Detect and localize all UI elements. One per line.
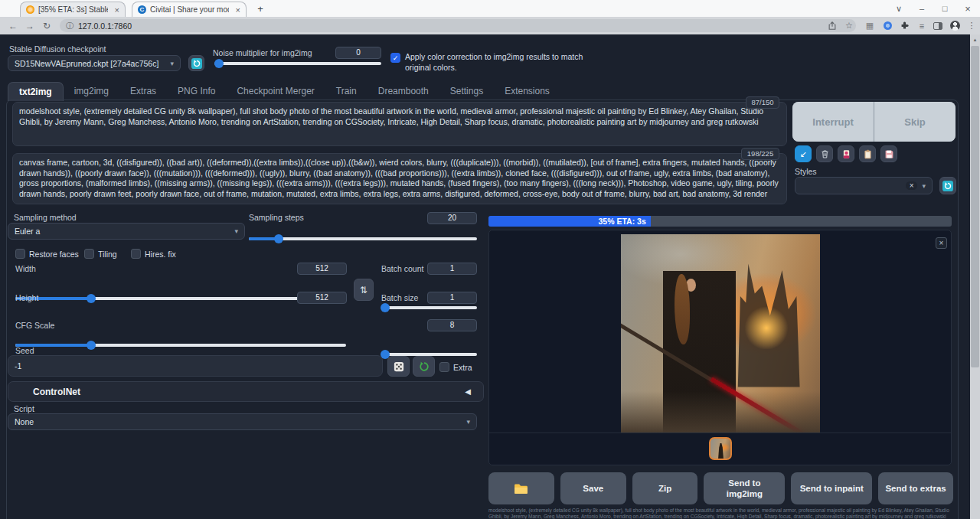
open-folder-button[interactable]: [488, 472, 554, 504]
seed-input[interactable]: -1: [8, 355, 383, 377]
progress-label: 35% ETA: 3s: [599, 217, 646, 226]
width-value[interactable]: 512: [297, 263, 347, 275]
tiling-checkbox[interactable]: [84, 249, 94, 259]
cfg-scale-value[interactable]: 8: [427, 319, 477, 331]
random-seed-button[interactable]: [387, 356, 410, 377]
extra-seed-label: Extra: [453, 363, 472, 372]
tab-checkpoint-merger[interactable]: Checkpoint Merger: [226, 82, 325, 100]
paste-params-button[interactable]: ↙: [795, 145, 812, 162]
slider-handle[interactable]: [274, 234, 283, 243]
tab-png-info[interactable]: PNG Info: [167, 82, 226, 100]
fire-glow: [743, 307, 789, 349]
tab-txt2img[interactable]: txt2img: [8, 82, 64, 101]
height-slider[interactable]: [15, 341, 346, 350]
floppy-icon: [884, 149, 894, 159]
page-scrollbar[interactable]: ▲: [970, 34, 980, 519]
prompt-textarea[interactable]: modelshoot style, (extremely detailed CG…: [12, 102, 787, 146]
interrupt-button[interactable]: Interrupt: [792, 102, 874, 142]
window-menu-icon[interactable]: ∨: [888, 0, 910, 17]
negative-prompt-textarea[interactable]: canvas frame, cartoon, 3d, ((disfigured)…: [12, 153, 787, 204]
send-to-img2img-button[interactable]: Send to img2img: [704, 472, 785, 504]
sampling-method-select[interactable]: Euler a ▾: [8, 223, 245, 240]
extension-blue-icon[interactable]: [880, 19, 894, 32]
browser-tab-title: Civitai | Share your models: [150, 5, 229, 14]
script-value: None: [15, 417, 34, 426]
batch-size-value[interactable]: 1: [427, 292, 477, 304]
script-label: Script: [14, 404, 34, 413]
tab-close-icon[interactable]: ×: [236, 5, 240, 15]
noise-multiplier-slider[interactable]: [214, 59, 381, 68]
clipboard-icon: [863, 149, 873, 159]
address-bar[interactable]: ⓘ 127.0.0.1:7860: [60, 19, 856, 32]
sampling-steps-slider[interactable]: [249, 234, 477, 243]
clear-prompt-button[interactable]: [816, 145, 833, 162]
zip-button[interactable]: Zip: [632, 472, 698, 504]
styles-select[interactable]: × ▾: [795, 177, 933, 194]
noise-multiplier-value[interactable]: 0: [335, 47, 381, 59]
back-icon[interactable]: ←: [5, 21, 21, 31]
tab-dreambooth[interactable]: Dreambooth: [368, 82, 439, 100]
swap-dimensions-button[interactable]: ⇅: [354, 279, 374, 301]
tab-img2img[interactable]: img2img: [64, 82, 119, 100]
tab-close-icon[interactable]: ×: [115, 5, 119, 15]
window-close-icon[interactable]: ×: [957, 0, 978, 17]
tab-extensions[interactable]: Extensions: [494, 82, 560, 100]
browser-tab-active[interactable]: [35% ETA: 3s] Stable Diffusion ×: [20, 2, 126, 17]
checkpoint-label: Stable Diffusion checkpoint: [9, 44, 106, 54]
tab-train[interactable]: Train: [325, 82, 368, 100]
extensions-puzzle-icon[interactable]: [897, 19, 911, 32]
tab-settings[interactable]: Settings: [439, 82, 494, 100]
script-select[interactable]: None ▾: [8, 413, 477, 430]
hires-fix-checkbox[interactable]: [131, 249, 141, 259]
browser-menu-icon[interactable]: ⋮: [965, 19, 978, 32]
checkpoint-select[interactable]: SD15NewVAEpruned.ckpt [27a4ac756c] ▾: [8, 55, 181, 71]
reload-icon[interactable]: ↻: [38, 21, 55, 31]
extension-grid-icon[interactable]: ▦: [863, 19, 877, 32]
save-button[interactable]: Save: [560, 472, 626, 504]
media-controls-icon[interactable]: ≡: [915, 19, 929, 32]
color-correction-checkbox[interactable]: ✓: [390, 53, 400, 63]
civitai-favicon-icon: C: [138, 5, 146, 14]
skip-button[interactable]: Skip: [874, 102, 956, 142]
slider-handle[interactable]: [87, 341, 96, 350]
controlnet-accordion[interactable]: ControlNet ◀: [8, 381, 484, 402]
send-to-inpaint-button[interactable]: Send to inpaint: [791, 472, 872, 504]
checkpoint-refresh-button[interactable]: [188, 55, 204, 71]
styles-refresh-button[interactable]: [939, 177, 956, 194]
generated-image-preview[interactable]: [621, 234, 820, 433]
extra-seed-checkbox[interactable]: [439, 362, 449, 372]
slider-handle[interactable]: [381, 303, 390, 312]
sampling-steps-value[interactable]: 20: [427, 212, 477, 224]
apply-style-button[interactable]: [859, 145, 876, 162]
generation-info-text: modelshoot style, (extremely detailed CG…: [488, 508, 953, 519]
blue-circle-icon: [884, 21, 892, 30]
scroll-up-icon[interactable]: ▲: [970, 34, 980, 45]
tab-extras[interactable]: Extras: [119, 82, 167, 100]
side-panel-icon[interactable]: [931, 19, 945, 32]
clear-styles-icon[interactable]: ×: [906, 181, 918, 190]
browser-tab-civitai[interactable]: C Civitai | Share your models ×: [132, 2, 247, 17]
swap-icon: ⇅: [360, 285, 368, 295]
profile-avatar[interactable]: [948, 19, 962, 32]
batch-count-slider[interactable]: [381, 303, 477, 312]
batch-count-value[interactable]: 1: [427, 263, 477, 275]
window-minimize-icon[interactable]: –: [911, 0, 933, 17]
scrollbar-thumb[interactable]: [971, 46, 979, 367]
window-maximize-icon[interactable]: □: [934, 0, 956, 17]
slider-handle[interactable]: [87, 294, 96, 303]
extra-networks-button[interactable]: [838, 145, 854, 162]
site-info-icon[interactable]: ⓘ: [66, 21, 74, 31]
height-value[interactable]: 512: [297, 292, 347, 304]
reuse-seed-button[interactable]: [413, 356, 435, 377]
bookmark-star-icon[interactable]: ☆: [842, 19, 856, 32]
share-icon[interactable]: [825, 19, 839, 32]
close-gallery-icon[interactable]: ×: [936, 237, 947, 249]
browser-window: [35% ETA: 3s] Stable Diffusion × C Civit…: [0, 0, 980, 519]
gallery-thumbnail[interactable]: [709, 437, 732, 460]
forward-icon[interactable]: →: [21, 21, 38, 31]
restore-faces-checkbox[interactable]: [15, 249, 25, 259]
send-to-extras-button[interactable]: Send to extras: [878, 472, 953, 504]
slider-handle[interactable]: [214, 59, 224, 68]
new-tab-button[interactable]: +: [253, 0, 268, 17]
save-style-button[interactable]: [880, 145, 897, 162]
